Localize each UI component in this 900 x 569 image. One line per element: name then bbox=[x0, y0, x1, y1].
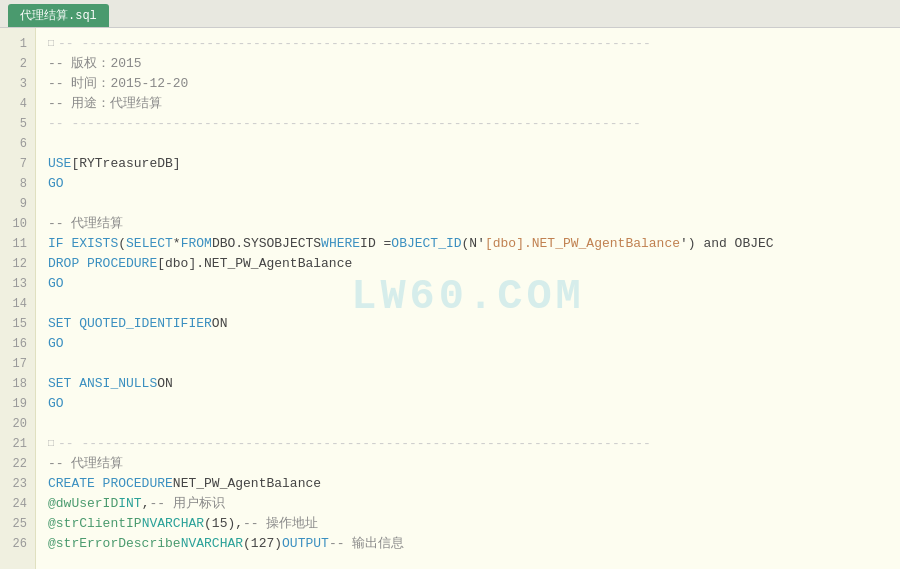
code-line bbox=[48, 194, 888, 214]
normal-text: ') and OBJEC bbox=[680, 234, 774, 254]
normal-text: (127) bbox=[243, 534, 282, 554]
line-number: 20 bbox=[8, 414, 27, 434]
code-line: -- 代理结算 bbox=[48, 454, 888, 474]
line-number: 9 bbox=[8, 194, 27, 214]
line-number: 24 bbox=[8, 494, 27, 514]
keyword: DROP PROCEDURE bbox=[48, 254, 157, 274]
function-name: OBJECT_ID bbox=[391, 234, 461, 254]
line-number: 6 bbox=[8, 134, 27, 154]
normal-text: ( bbox=[118, 234, 126, 254]
normal-text: ON bbox=[157, 374, 173, 394]
comment-text: -- 用户标识 bbox=[149, 494, 224, 514]
line-number: 22 bbox=[8, 454, 27, 474]
comment-text: -- 用途：代理结算 bbox=[48, 94, 162, 114]
normal-text: [RYTreasureDB] bbox=[71, 154, 180, 174]
line-number: 7 bbox=[8, 154, 27, 174]
normal-text: ID = bbox=[360, 234, 391, 254]
normal-text: , bbox=[142, 494, 150, 514]
line-number: 16 bbox=[8, 334, 27, 354]
type-keyword: NVARCHAR bbox=[181, 534, 243, 554]
code-line: -- 用途：代理结算 bbox=[48, 94, 888, 114]
code-line bbox=[48, 294, 888, 314]
line-number: 1 bbox=[8, 34, 27, 54]
keyword: SET ANSI_NULLS bbox=[48, 374, 157, 394]
line-number: 18 bbox=[8, 374, 27, 394]
code-line bbox=[48, 134, 888, 154]
collapse-icon[interactable]: □ bbox=[48, 34, 54, 54]
line-number: 21 bbox=[8, 434, 27, 454]
parameter-name: @strErrorDescribe bbox=[48, 534, 181, 554]
code-line: GO bbox=[48, 394, 888, 414]
tab-bar: 代理结算.sql bbox=[0, 0, 900, 28]
comment-text: -- 版权：2015 bbox=[48, 54, 142, 74]
normal-text: NET_PW_AgentBalance bbox=[173, 474, 321, 494]
code-line: @strErrorDescribe NVARCHAR(127) OUTPUT -… bbox=[48, 534, 888, 554]
normal-text: ON bbox=[212, 314, 228, 334]
line-number: 25 bbox=[8, 514, 27, 534]
code-line: -- -------------------------------------… bbox=[48, 114, 888, 134]
dash-separator: -- -------------------------------------… bbox=[58, 34, 651, 54]
keyword: GO bbox=[48, 394, 64, 414]
comment-text: -- 操作地址 bbox=[243, 514, 318, 534]
line-number: 26 bbox=[8, 534, 27, 554]
keyword: WHERE bbox=[321, 234, 360, 254]
code-line: SET ANSI_NULLS ON bbox=[48, 374, 888, 394]
line-number: 5 bbox=[8, 114, 27, 134]
code-line: □-- ------------------------------------… bbox=[48, 34, 888, 54]
line-number: 2 bbox=[8, 54, 27, 74]
line-number: 15 bbox=[8, 314, 27, 334]
keyword: IF EXISTS bbox=[48, 234, 118, 254]
code-line: -- 时间：2015-12-20 bbox=[48, 74, 888, 94]
code-line: @strClientIP NVARCHAR(15), -- 操作地址 bbox=[48, 514, 888, 534]
code-content[interactable]: LW60.COM □-- ---------------------------… bbox=[36, 28, 900, 569]
keyword: OUTPUT bbox=[282, 534, 329, 554]
code-line: □-- ------------------------------------… bbox=[48, 434, 888, 454]
line-number: 19 bbox=[8, 394, 27, 414]
code-line: SET QUOTED_IDENTIFIER ON bbox=[48, 314, 888, 334]
normal-text: * bbox=[173, 234, 181, 254]
dash-separator: -- -------------------------------------… bbox=[48, 114, 641, 134]
code-line bbox=[48, 354, 888, 374]
keyword: SET QUOTED_IDENTIFIER bbox=[48, 314, 212, 334]
normal-text: DBO.SYSOBJECTS bbox=[212, 234, 321, 254]
line-number: 23 bbox=[8, 474, 27, 494]
code-line: @dwUserID INT, -- 用户标识 bbox=[48, 494, 888, 514]
code-line: -- 版权：2015 bbox=[48, 54, 888, 74]
string-literal: [dbo].NET_PW_AgentBalance bbox=[485, 234, 680, 254]
keyword: CREATE PROCEDURE bbox=[48, 474, 173, 494]
comment-text: -- 输出信息 bbox=[329, 534, 404, 554]
comment-text: -- 时间：2015-12-20 bbox=[48, 74, 188, 94]
code-area: 1234567891011121314151617181920212223242… bbox=[0, 28, 900, 569]
code-line: CREATE PROCEDURE NET_PW_AgentBalance bbox=[48, 474, 888, 494]
normal-text: (15), bbox=[204, 514, 243, 534]
tab-active[interactable]: 代理结算.sql bbox=[8, 4, 109, 27]
normal-text: (N' bbox=[462, 234, 485, 254]
normal-text: [dbo].NET_PW_AgentBalance bbox=[157, 254, 352, 274]
keyword: GO bbox=[48, 274, 64, 294]
comment-text: -- 代理结算 bbox=[48, 214, 123, 234]
keyword: SELECT bbox=[126, 234, 173, 254]
line-number: 13 bbox=[8, 274, 27, 294]
line-number: 10 bbox=[8, 214, 27, 234]
keyword: USE bbox=[48, 154, 71, 174]
code-line bbox=[48, 414, 888, 434]
code-line: -- 代理结算 bbox=[48, 214, 888, 234]
comment-text: -- 代理结算 bbox=[48, 454, 123, 474]
code-line: GO bbox=[48, 274, 888, 294]
line-number: 11 bbox=[8, 234, 27, 254]
line-number: 3 bbox=[8, 74, 27, 94]
line-number: 14 bbox=[8, 294, 27, 314]
line-number: 4 bbox=[8, 94, 27, 114]
keyword: GO bbox=[48, 174, 64, 194]
code-line: DROP PROCEDURE [dbo].NET_PW_AgentBalance bbox=[48, 254, 888, 274]
parameter-name: @dwUserID bbox=[48, 494, 118, 514]
line-numbers: 1234567891011121314151617181920212223242… bbox=[0, 28, 36, 569]
parameter-name: @strClientIP bbox=[48, 514, 142, 534]
code-line: USE [RYTreasureDB] bbox=[48, 154, 888, 174]
type-keyword: NVARCHAR bbox=[142, 514, 204, 534]
code-line: GO bbox=[48, 334, 888, 354]
collapse-icon[interactable]: □ bbox=[48, 434, 54, 454]
dash-separator: -- -------------------------------------… bbox=[58, 434, 651, 454]
code-line: GO bbox=[48, 174, 888, 194]
line-number: 17 bbox=[8, 354, 27, 374]
